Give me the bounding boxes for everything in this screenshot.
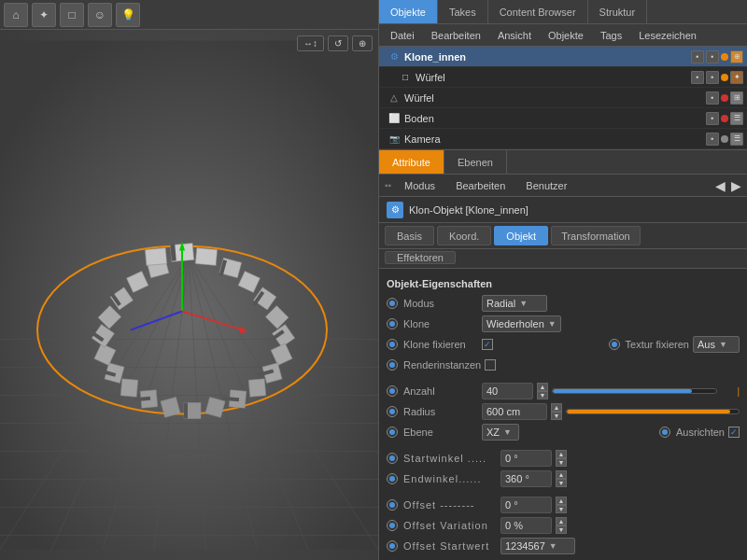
- prop-icon[interactable]: ⊕: [730, 50, 743, 63]
- viewport-rotate-btn[interactable]: ↺: [328, 35, 348, 51]
- viewport-zoom-btn[interactable]: ⊕: [352, 35, 373, 51]
- prop-num-offset-var[interactable]: 0 %: [500, 517, 552, 534]
- tree-row-klone-innen[interactable]: ⚙ Klone_innen ▪ ▪ ⊕: [379, 47, 747, 67]
- tree-row-kamera[interactable]: 📷 Kamera ▪ ☰: [379, 129, 747, 149]
- tree-row-boden[interactable]: ⬜ Boden ▪ ☰: [379, 108, 747, 129]
- mode-benutzer[interactable]: Benutzer: [518, 178, 574, 193]
- tree-row-wuerfel-child[interactable]: □ Würfel ▪ ▪ ✦: [379, 67, 747, 88]
- tree-label-boden: Boden: [404, 113, 706, 124]
- menu-bearbeiten[interactable]: Bearbeiten: [424, 28, 488, 43]
- vis-icon5[interactable]: ▪: [706, 133, 719, 146]
- sub-tab-koord[interactable]: Koord.: [437, 226, 491, 245]
- menu-lesezeichen[interactable]: Lesezeichen: [631, 28, 704, 43]
- prop-icon4[interactable]: ☰: [730, 112, 743, 125]
- stepper-down-anzahl[interactable]: ▼: [537, 391, 548, 399]
- radio-fix[interactable]: [387, 339, 398, 350]
- stepper-anzahl[interactable]: ▲ ▼: [537, 383, 548, 399]
- render-icon2[interactable]: ▪: [706, 71, 719, 84]
- toolbar-home-btn[interactable]: ⌂: [4, 3, 28, 27]
- prop-dropdown-klone[interactable]: Wiederholen ▼: [482, 315, 561, 332]
- menu-datei[interactable]: Datei: [383, 28, 422, 43]
- prop-dropdown-offset-start[interactable]: 1234567 ▼: [500, 538, 575, 554]
- stepper-down-end[interactable]: ▼: [556, 479, 567, 487]
- stepper-offset[interactable]: ▲ ▼: [556, 497, 567, 513]
- stepper-down-radius[interactable]: ▼: [551, 412, 562, 420]
- prop-num-offset[interactable]: 0 °: [500, 497, 552, 513]
- checkbox-ausrichten[interactable]: ✓: [728, 427, 740, 438]
- vis-icon4[interactable]: ▪: [706, 112, 719, 125]
- arrow-right[interactable]: ▶: [731, 178, 741, 193]
- slider-radius[interactable]: [566, 409, 740, 414]
- prop-dropdown-texfix[interactable]: Aus ▼: [693, 336, 740, 353]
- prop-label-startwinkel: Startwinkel .....: [403, 453, 497, 464]
- stepper-endwinkel[interactable]: ▲ ▼: [556, 470, 567, 487]
- vis-icon[interactable]: ▪: [691, 50, 704, 63]
- arrow-left[interactable]: ◀: [715, 178, 726, 193]
- prop-num-radius[interactable]: 600 cm: [482, 403, 547, 420]
- attr-tab-attribute[interactable]: Attribute: [379, 150, 444, 174]
- checkbox-fix[interactable]: ✓: [482, 339, 493, 350]
- radio-offset-var[interactable]: [387, 520, 398, 531]
- radio-render[interactable]: [387, 359, 398, 371]
- mode-modus[interactable]: Modus: [397, 178, 443, 193]
- prop-dropdown-modus[interactable]: Radial ▼: [482, 295, 547, 312]
- checkbox-render[interactable]: [485, 359, 496, 371]
- stepper-up-offset-var[interactable]: ▲: [556, 517, 567, 525]
- tree-row-wuerfel[interactable]: △ Würfel ▪ ⊞: [379, 88, 747, 108]
- prop-icon3[interactable]: ⊞: [730, 91, 743, 105]
- viewport[interactable]: ↔↕ ↺ ⊕: [0, 30, 378, 560]
- radio-texfix[interactable]: [609, 339, 620, 350]
- stepper-startwinkel[interactable]: ▲ ▼: [556, 450, 567, 467]
- radio-offset-start[interactable]: [387, 540, 398, 552]
- toolbar-move-btn[interactable]: ✦: [32, 3, 56, 27]
- prop-row-startwinkel: Startwinkel ..... 0 ° ▲ ▼: [379, 448, 747, 469]
- radio-radius[interactable]: [387, 406, 398, 417]
- prop-num-anzahl[interactable]: 40: [482, 383, 533, 399]
- sub-tab-effektoren[interactable]: Effektoren: [385, 251, 456, 264]
- render-icon[interactable]: ▪: [706, 50, 719, 63]
- radio-startwinkel[interactable]: [387, 453, 398, 464]
- sub-tab-objekt[interactable]: Objekt: [494, 226, 548, 245]
- toolbar-person-btn[interactable]: ☺: [88, 3, 112, 27]
- sub-tab-transformation[interactable]: Transformation: [551, 226, 641, 245]
- prop-num-endwinkel[interactable]: 360 °: [500, 470, 552, 487]
- radio-ebene[interactable]: [387, 427, 398, 438]
- radio-endwinkel[interactable]: [387, 473, 398, 484]
- prop-icon2[interactable]: ✦: [730, 71, 743, 84]
- menu-tags[interactable]: Tags: [593, 28, 629, 43]
- viewport-nav-btn[interactable]: ↔↕: [297, 35, 324, 51]
- radio-anzahl[interactable]: [387, 385, 398, 397]
- stepper-down-start[interactable]: ▼: [556, 458, 567, 467]
- tab-objekte[interactable]: Objekte: [379, 0, 438, 23]
- menu-objekte[interactable]: Objekte: [541, 28, 591, 43]
- mode-bearbeiten[interactable]: Bearbeiten: [448, 178, 513, 193]
- tab-content-browser[interactable]: Content Browser: [488, 0, 588, 23]
- prop-dropdown-klone-val: Wiederholen: [486, 318, 544, 329]
- prop-num-startwinkel[interactable]: 0 °: [500, 450, 552, 467]
- menu-ansicht[interactable]: Ansicht: [490, 28, 539, 43]
- stepper-radius[interactable]: ▲ ▼: [551, 403, 562, 420]
- radio-ausrichten[interactable]: [659, 427, 670, 438]
- radio-offset[interactable]: [387, 499, 398, 511]
- vis-icon2[interactable]: ▪: [691, 71, 704, 84]
- toolbar-box-btn[interactable]: □: [60, 3, 84, 27]
- tab-struktur[interactable]: Struktur: [588, 0, 648, 23]
- radio-modus[interactable]: [387, 298, 398, 309]
- stepper-up-radius[interactable]: ▲: [551, 403, 562, 412]
- attr-tab-ebenen[interactable]: Ebenen: [444, 150, 507, 174]
- stepper-down-offset-var[interactable]: ▼: [556, 525, 567, 534]
- toolbar-light-btn[interactable]: 💡: [116, 3, 140, 27]
- tab-takes[interactable]: Takes: [438, 0, 488, 23]
- stepper-down-offset[interactable]: ▼: [556, 505, 567, 513]
- stepper-up-anzahl[interactable]: ▲: [537, 383, 548, 391]
- stepper-up-offset[interactable]: ▲: [556, 497, 567, 505]
- vis-icon3[interactable]: ▪: [706, 91, 719, 105]
- stepper-up-end[interactable]: ▲: [556, 470, 567, 479]
- prop-icon5[interactable]: ☰: [730, 133, 743, 146]
- radio-klone[interactable]: [387, 318, 398, 329]
- stepper-offset-var[interactable]: ▲ ▼: [556, 517, 567, 534]
- slider-anzahl[interactable]: [552, 388, 717, 394]
- stepper-up-start[interactable]: ▲: [556, 450, 567, 458]
- prop-dropdown-ebene[interactable]: XZ ▼: [482, 424, 519, 441]
- sub-tab-basis[interactable]: Basis: [385, 226, 434, 245]
